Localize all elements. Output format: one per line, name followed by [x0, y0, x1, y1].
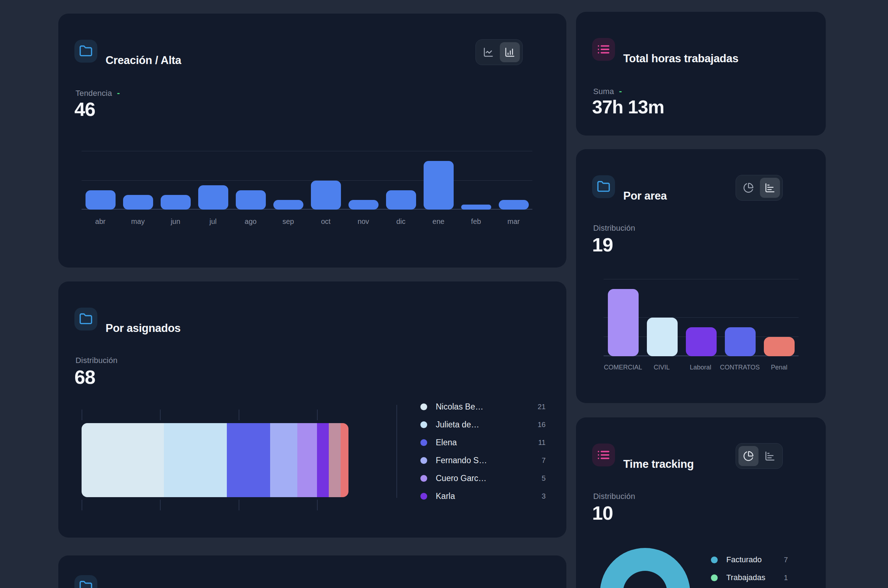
stacked-segment-Cuero Garc… [297, 423, 317, 497]
x-tick-label: ago [232, 218, 269, 226]
bar-slot [495, 151, 532, 210]
time-tracking-legend: Facturado7Trabajadas1 [711, 551, 788, 586]
stacked-segment-Elena [227, 423, 270, 497]
card-title: Creación / Alta [105, 49, 181, 72]
axis-tick [82, 500, 82, 510]
metric-value: 10 [592, 502, 613, 524]
legend-value: 3 [542, 492, 546, 500]
card-por-area: Por area Distribución 19 COMERCIALCIVILL… [576, 149, 826, 403]
chart-type-toggle [476, 39, 523, 65]
card-title: Time tracking [623, 453, 694, 476]
legend-item[interactable]: Trabajadas1 [711, 568, 788, 586]
stacked-segment-Nicolas Be… [82, 423, 164, 497]
folder-icon [592, 175, 615, 198]
bar-mar [499, 200, 529, 210]
bar-slot [720, 278, 759, 356]
trend-indicator: - [619, 86, 622, 96]
legend-dot [420, 404, 427, 410]
pie-chart-icon[interactable] [738, 446, 759, 466]
legend-item[interactable]: Cuero Garc…5 [420, 469, 546, 487]
legend-label: Nicolas Be… [436, 402, 483, 412]
bar-dic [386, 190, 416, 210]
x-tick-label: jun [157, 218, 194, 226]
x-tick-label: Laboral [681, 364, 720, 371]
legend-dot [420, 457, 427, 464]
stacked-segment [329, 423, 340, 497]
folder-icon [74, 575, 98, 588]
metric-label: Suma- [593, 86, 622, 96]
x-tick-label: abr [82, 218, 119, 226]
bar-Penal [764, 337, 795, 356]
legend-divider [396, 405, 397, 498]
bar-slot [604, 278, 643, 356]
legend-item[interactable]: Fernando S…7 [420, 452, 546, 469]
bar-oct [311, 181, 341, 210]
bar-slot [157, 151, 194, 210]
x-tick-label: oct [307, 218, 345, 226]
metric-label: Tendencia- [75, 88, 120, 98]
bar-chart-icon[interactable] [760, 178, 780, 198]
bar-slot [759, 278, 798, 356]
bar-slots [82, 151, 532, 210]
line-chart-icon[interactable] [478, 42, 498, 62]
metric-value: 37h 13m [592, 96, 664, 118]
column-chart-icon[interactable] [500, 42, 520, 62]
bar-slot [269, 151, 307, 210]
bar-slot [457, 151, 495, 210]
axis-tick [238, 410, 239, 420]
legend-dot [420, 439, 427, 446]
x-tick-label: dic [382, 218, 420, 226]
chart-ticks-top [82, 410, 348, 420]
legend-value: 1 [784, 574, 788, 582]
x-tick-label: jul [194, 218, 232, 226]
legend-label: Julieta de… [436, 420, 479, 429]
legend-item[interactable]: Elena11 [420, 434, 546, 452]
axis-tick [160, 500, 160, 510]
stacked-segment-Fernando S… [270, 423, 298, 497]
x-tick-label: mar [495, 218, 532, 226]
bar-slot [682, 278, 720, 356]
x-tick-label: CIVIL [642, 364, 681, 371]
bar-slot [82, 151, 119, 210]
chart-type-toggle [736, 175, 783, 201]
bar-slot [307, 151, 345, 210]
legend-item[interactable]: Karla3 [420, 487, 546, 505]
axis-tick [317, 500, 318, 510]
area-x-axis-labels: COMERCIALCIVILLaboralCONTRATOSPenal [604, 364, 798, 371]
card-title: por embudo [105, 584, 168, 588]
card-por-asignados: Por asignados Distribución 68 Nicolas Be… [58, 282, 566, 538]
creacion-x-axis-labels: abrmayjunjulagosepoctnovdicenefebmar [82, 218, 532, 226]
folder-icon [74, 308, 98, 330]
legend-item[interactable]: Julieta de…16 [420, 416, 546, 434]
bar-ene [424, 161, 454, 210]
metric-value: 19 [592, 234, 613, 256]
metric-value: 46 [74, 98, 95, 120]
bar-chart-icon[interactable] [760, 446, 780, 466]
legend-item[interactable]: Nicolas Be…21 [420, 398, 546, 416]
legend-value: 21 [538, 403, 546, 411]
x-tick-label: sep [269, 218, 307, 226]
legend-item[interactable]: Facturado7 [711, 551, 788, 568]
chart-type-toggle [736, 443, 783, 469]
axis-tick [317, 410, 318, 420]
bar-feb [461, 205, 491, 210]
card-por-embudo: por embudo [58, 555, 566, 588]
x-tick-label: may [119, 218, 157, 226]
bar-slot [382, 151, 420, 210]
legend-dot [420, 422, 427, 428]
stacked-segment-Karla [317, 423, 329, 497]
bar-CONTRATOS [725, 327, 756, 356]
axis-tick [82, 410, 82, 420]
metric-value: 68 [74, 366, 95, 388]
card-title: Total horas trabajadas [623, 47, 738, 70]
legend-value: 7 [542, 456, 546, 465]
legend-value: 5 [542, 474, 546, 483]
legend-value: 16 [538, 421, 546, 429]
metric-label: Distribución [593, 492, 635, 501]
bar-ago [236, 190, 266, 210]
card-title: Por asignados [105, 317, 181, 340]
pie-chart-icon[interactable] [738, 178, 759, 198]
stacked-segment [340, 423, 348, 497]
bar-may [123, 195, 153, 210]
card-total-horas: Total horas trabajadas Suma- 37h 13m [576, 12, 826, 135]
